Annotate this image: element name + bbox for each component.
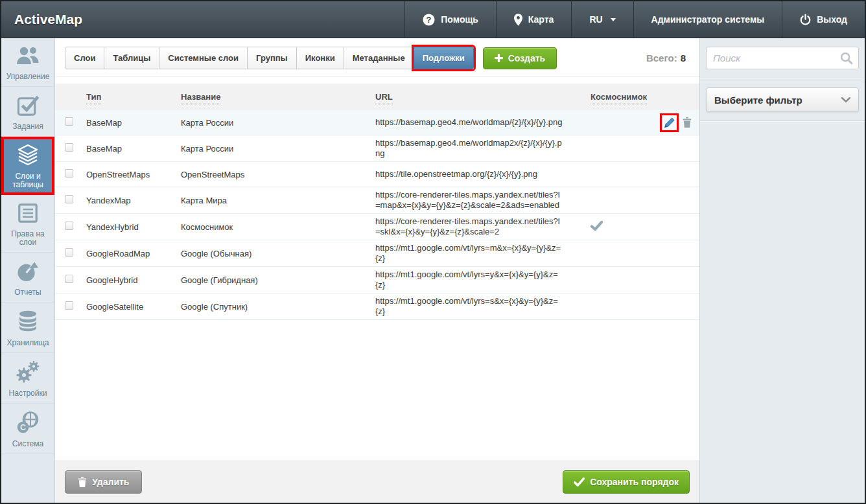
map-menu-item[interactable]: Карта (496, 1, 572, 38)
sidebar-item-reports[interactable]: Отчеты (1, 253, 54, 303)
tab-system-layers[interactable]: Системные слои (159, 47, 248, 69)
cell-type: GoogleSatellite (86, 302, 181, 312)
table-row[interactable]: GoogleRoadMap Google (Обычная) https://m… (55, 240, 699, 267)
toolbar: Слои Таблицы Системные слои Группы Иконк… (55, 38, 699, 77)
layers-icon (15, 144, 41, 169)
cell-cosmos (565, 168, 646, 180)
cell-type: BaseMap (86, 144, 181, 154)
trash-icon (78, 477, 87, 487)
sidebar-item-layer-rights[interactable]: Права на слои (1, 195, 54, 253)
tab-icons[interactable]: Иконки (296, 47, 344, 69)
create-button[interactable]: Создать (483, 47, 557, 69)
header-name[interactable]: Название (181, 92, 375, 102)
filter-dropdown[interactable]: Выберите фильтр (706, 87, 859, 112)
user-label: Администратор системы (651, 14, 765, 25)
table-row[interactable]: OpenStreetMaps OpenStreetMaps https://ti… (55, 162, 699, 187)
total-value: 8 (681, 52, 686, 63)
main-panel: Слои Таблицы Системные слои Группы Иконк… (55, 38, 700, 503)
storage-icon (16, 310, 40, 336)
cell-name: Google (Гибридная) (181, 275, 375, 285)
checkmark-icon (591, 221, 603, 231)
tab-groups[interactable]: Группы (247, 47, 297, 69)
table-row[interactable]: GoogleHybrid Google (Гибридная) https://… (55, 267, 699, 293)
map-label: Карта (528, 14, 554, 25)
row-checkbox[interactable] (65, 195, 73, 203)
language-menu-item[interactable]: RU (571, 1, 633, 38)
sidebar-item-label: Права на слои (3, 230, 53, 247)
sidebar-item-layers-tables[interactable]: Слои и таблицы (1, 137, 54, 195)
table-row[interactable]: YandexHybrid Космоснимок https://core-re… (55, 214, 699, 240)
left-sidebar: Управление Задания Слои и таблицы Права … (1, 38, 55, 503)
sidebar-item-label: Хранилища (7, 339, 49, 347)
search-input[interactable] (706, 47, 859, 69)
cell-type: GoogleHybrid (86, 275, 181, 285)
sidebar-item-tasks[interactable]: Задания (1, 87, 54, 137)
sidebar-item-label: Система (12, 440, 43, 448)
row-checkbox[interactable] (65, 301, 73, 310)
save-order-button[interactable]: Сохранить порядок (563, 470, 690, 494)
navbar-menu: ? Помощь Карта RU Администратор системы (404, 1, 865, 38)
sidebar-item-label: Настройки (9, 389, 47, 398)
total-label: Всего: (646, 52, 677, 63)
row-checkbox[interactable] (65, 143, 73, 152)
logout-menu-item[interactable]: Выход (782, 1, 865, 38)
sidebar-item-system[interactable]: C Система (1, 404, 54, 454)
sidebar-item-settings[interactable]: Настройки (1, 353, 54, 404)
table-body: BaseMap Карта России https://basemap.geo… (55, 110, 699, 320)
row-checkbox[interactable] (65, 169, 73, 178)
table-header-row: Тип Название URL Космоснимок (55, 84, 699, 110)
user-menu-item[interactable]: Администратор системы (633, 1, 782, 38)
table-row[interactable]: BaseMap Карта России https://basemap.geo… (55, 110, 699, 135)
tab-backgrounds[interactable]: Подложки (414, 47, 474, 69)
cell-type: YandexMap (86, 196, 181, 205)
filter-label: Выберите фильтр (714, 95, 802, 106)
location-pin-icon (514, 14, 522, 26)
svg-text:?: ? (427, 14, 432, 24)
tab-tables[interactable]: Таблицы (104, 47, 159, 69)
logout-label: Выход (817, 14, 847, 25)
row-checkbox[interactable] (65, 117, 73, 126)
sidebar-item-label: Отчеты (14, 288, 41, 297)
cell-url: https://core-renderer-tiles.maps.yandex.… (375, 190, 565, 211)
app-logo: ActiveMap (1, 12, 95, 27)
row-actions (646, 117, 699, 129)
cell-url: https://mt1.google.com/vt/lyrs=y&x={x}&y… (375, 269, 565, 290)
delete-row-button[interactable] (683, 117, 692, 128)
row-checkbox[interactable] (65, 248, 73, 257)
header-cosmos[interactable]: Космоснимок (565, 92, 646, 102)
table-row[interactable]: GoogleSatellite Google (Спутник) https:/… (55, 293, 699, 320)
header-url[interactable]: URL (375, 92, 565, 102)
delete-button[interactable]: Удалить (65, 470, 142, 494)
cell-type: YandexHybrid (86, 222, 181, 232)
cell-cosmos (565, 274, 646, 286)
system-icon: C (16, 411, 40, 437)
header-type[interactable]: Тип (86, 92, 181, 102)
cell-cosmos (565, 301, 646, 312)
edit-button[interactable] (663, 117, 675, 129)
cell-name: Карта России (181, 144, 375, 154)
row-checkbox[interactable] (65, 275, 73, 283)
help-label: Помощь (441, 14, 478, 25)
top-navbar: ActiveMap ? Помощь Карта RU Администрато… (1, 1, 865, 38)
divider (700, 78, 865, 79)
sidebar-item-label: Управление (6, 73, 50, 81)
cell-name: Карта Мира (181, 196, 375, 205)
search-icon[interactable] (840, 52, 853, 67)
row-checkbox[interactable] (65, 222, 73, 230)
right-sidebar: Выберите фильтр (700, 38, 865, 503)
sidebar-item-storage[interactable]: Хранилища (1, 303, 54, 353)
help-menu-item[interactable]: ? Помощь (404, 1, 496, 38)
save-order-label: Сохранить порядок (590, 477, 679, 487)
table-row[interactable]: BaseMap Карта России https://basemap.geo… (55, 135, 699, 162)
table-row[interactable]: YandexMap Карта Мира https://core-render… (55, 187, 699, 214)
tab-metadata[interactable]: Метаданные (344, 47, 414, 69)
tab-layers[interactable]: Слои (65, 47, 104, 69)
cell-name: Google (Спутник) (181, 302, 375, 312)
cell-checkbox (65, 143, 86, 154)
cell-cosmos (565, 247, 646, 259)
sidebar-item-management[interactable]: Управление (1, 38, 54, 87)
cell-name: Космоснимок (181, 222, 375, 232)
main-footer: Удалить Сохранить порядок (55, 461, 699, 503)
cell-cosmos (565, 117, 646, 128)
cell-cosmos (565, 143, 646, 154)
